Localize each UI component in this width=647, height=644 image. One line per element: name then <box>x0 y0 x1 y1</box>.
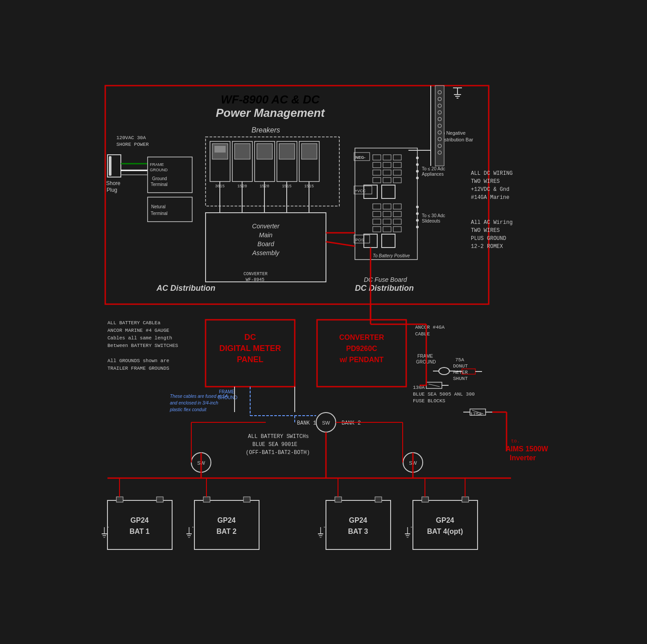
svg-text:To ≤ 30 Adc: To ≤ 30 Adc <box>422 213 445 218</box>
svg-text:Converter: Converter <box>252 223 280 230</box>
svg-rect-37 <box>301 144 317 159</box>
svg-text:(OFF-BAT1-BAT2-BOTH): (OFF-BAT1-BAT2-BOTH) <box>246 450 310 456</box>
svg-text:Board: Board <box>257 240 275 248</box>
svg-text:BANK 2: BANK 2 <box>342 420 361 426</box>
svg-text:BANK 1: BANK 1 <box>297 420 316 426</box>
svg-text:Power Management: Power Management <box>215 106 325 120</box>
svg-point-92 <box>416 212 419 215</box>
svg-text:SHORE POWER: SHORE POWER <box>116 142 149 147</box>
svg-text:Cables all same length: Cables all same length <box>107 335 172 341</box>
svg-text:BAT 1: BAT 1 <box>129 528 149 535</box>
diagram-container: WF-8900 AC & DC Power Management 120VAC … <box>78 77 569 567</box>
svg-text:BAT 3: BAT 3 <box>348 528 368 535</box>
svg-text:FRAME: FRAME <box>417 354 433 359</box>
svg-text:Main: Main <box>259 231 272 239</box>
svg-rect-223 <box>375 497 382 502</box>
svg-rect-232 <box>413 500 478 549</box>
svg-text:Assembly: Assembly <box>251 249 280 256</box>
svg-text:Slideouts: Slideouts <box>422 219 440 223</box>
svg-text:CABLE: CABLE <box>415 331 430 337</box>
svg-text:Terminal: Terminal <box>151 211 168 216</box>
svg-text:FRAME: FRAME <box>219 389 235 394</box>
svg-text:BAT 4(opt): BAT 4(opt) <box>427 528 463 535</box>
svg-text:ALL BATTERY CABLEa: ALL BATTERY CABLEa <box>107 320 161 326</box>
svg-rect-31 <box>257 144 272 159</box>
svg-text:ALL BATTERY SWITCHs: ALL BATTERY SWITCHs <box>248 433 309 440</box>
svg-text:ALL DC WIRING: ALL DC WIRING <box>471 170 513 177</box>
svg-text:175A: 175A <box>470 412 482 417</box>
svg-text:GP24: GP24 <box>217 516 235 524</box>
svg-text:12-2 ROMEX: 12-2 ROMEX <box>471 244 503 250</box>
svg-rect-149 <box>317 320 406 387</box>
svg-text:Inverter: Inverter <box>510 454 536 462</box>
svg-point-87 <box>416 170 419 173</box>
svg-text:FRAME: FRAME <box>150 162 164 167</box>
svg-text:All AC Wiring: All AC Wiring <box>471 219 513 226</box>
svg-text:PD9260C: PD9260C <box>346 345 377 352</box>
svg-text:SHUNT: SHUNT <box>453 376 468 381</box>
svg-text:All GROUNDS shown are: All GROUNDS shown are <box>107 358 169 363</box>
svg-text:Appliances: Appliances <box>422 172 444 177</box>
svg-text:w/ PENDANT: w/ PENDANT <box>339 356 383 363</box>
svg-text:AC Distribution: AC Distribution <box>156 284 215 293</box>
svg-text:Shore: Shore <box>106 180 120 186</box>
svg-text:FUSE BLOCKS: FUSE BLOCKS <box>413 398 445 404</box>
svg-text:+VCC: +VCC <box>355 189 366 193</box>
svg-text:75A: 75A <box>455 357 464 363</box>
svg-text:ANCOR MARINE #4 GAUGE: ANCOR MARINE #4 GAUGE <box>107 328 169 333</box>
svg-rect-109 <box>435 86 444 166</box>
svg-text:DC Distribution: DC Distribution <box>355 284 414 293</box>
svg-text:CONVERTER: CONVERTER <box>339 334 384 341</box>
svg-text:To Battery Positive: To Battery Positive <box>373 253 410 258</box>
svg-point-88 <box>416 177 419 179</box>
svg-rect-201 <box>157 497 163 502</box>
svg-text:GROUND: GROUND <box>150 168 168 172</box>
svg-text:Between BATTERY SWITCHES: Between BATTERY SWITCHES <box>107 343 178 348</box>
svg-rect-34 <box>279 144 295 159</box>
svg-text:PANEL: PANEL <box>237 355 264 364</box>
svg-text:BLUE SEA 9001E: BLUE SEA 9001E <box>252 442 297 448</box>
svg-text:Netural: Netural <box>151 204 165 209</box>
svg-text:TWO WIRES: TWO WIRES <box>471 178 500 185</box>
svg-text:120VAC 30A: 120VAC 30A <box>116 135 146 140</box>
svg-text:DC: DC <box>244 333 256 342</box>
svg-text:BAT 2: BAT 2 <box>216 528 236 535</box>
svg-text:GP24: GP24 <box>436 516 454 524</box>
svg-text:WF-8900 AC & DC: WF-8900 AC & DC <box>221 93 320 106</box>
svg-point-94 <box>416 226 419 228</box>
svg-rect-25 <box>214 146 226 153</box>
svg-text:+12VDC & Gnd: +12VDC & Gnd <box>471 186 509 193</box>
svg-point-91 <box>416 206 419 208</box>
svg-rect-143 <box>206 320 295 387</box>
svg-text:POS: POS <box>355 238 364 242</box>
svg-text:CONVERTER: CONVERTER <box>243 272 268 277</box>
svg-text:#14GA Marine: #14GA Marine <box>471 194 509 201</box>
svg-rect-210 <box>194 500 259 549</box>
svg-rect-221 <box>326 500 391 549</box>
svg-rect-28 <box>235 144 250 159</box>
svg-text:Plug: Plug <box>107 187 117 193</box>
svg-text:Distribution Bar: Distribution Bar <box>440 137 474 142</box>
svg-text:DIGITAL METER: DIGITAL METER <box>219 344 280 353</box>
svg-text:plastic flex conduit: plastic flex conduit <box>169 407 207 412</box>
svg-text:NEG-: NEG- <box>355 155 366 160</box>
svg-text:and enclosed in 3/4-inch: and enclosed in 3/4-inch <box>170 400 218 405</box>
svg-text:GP24: GP24 <box>349 516 367 524</box>
svg-rect-200 <box>116 497 123 502</box>
svg-text:GP24: GP24 <box>130 516 148 524</box>
svg-rect-233 <box>422 497 429 502</box>
svg-text:AIMS 1500W: AIMS 1500W <box>506 445 548 453</box>
svg-text:BLUE SEA 5005 ANL 300: BLUE SEA 5005 ANL 300 <box>413 392 475 397</box>
svg-text:DONUT: DONUT <box>453 363 468 369</box>
svg-text:Ground: Ground <box>152 176 167 181</box>
svg-rect-18 <box>148 197 192 222</box>
svg-text:Breakers: Breakers <box>251 126 280 134</box>
svg-text:PLUS GROUND: PLUS GROUND <box>471 235 506 242</box>
svg-text:TRAILER FRAME GROUNDS: TRAILER FRAME GROUNDS <box>107 366 169 371</box>
svg-text:TWO WIRES: TWO WIRES <box>471 227 500 234</box>
svg-point-85 <box>416 157 419 159</box>
svg-point-93 <box>416 219 419 222</box>
svg-text:WF-8945: WF-8945 <box>246 277 264 282</box>
svg-rect-234 <box>462 497 469 502</box>
svg-rect-212 <box>243 497 250 502</box>
